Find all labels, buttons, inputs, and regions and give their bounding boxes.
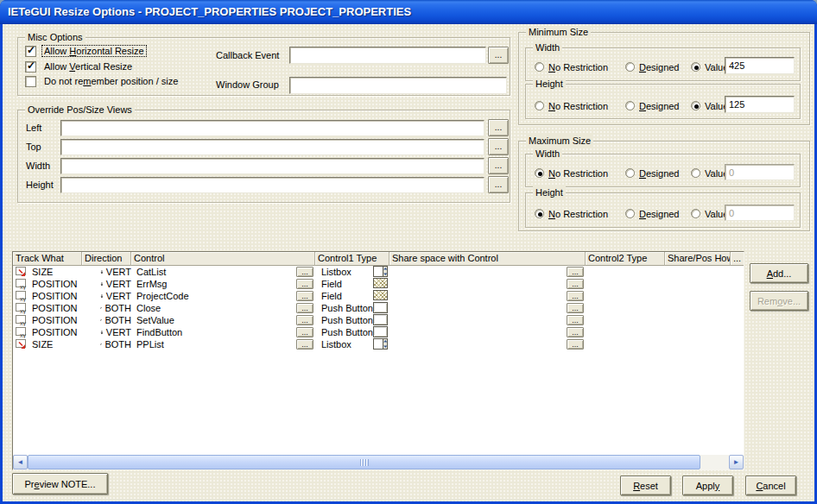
- radio-dot[interactable]: [535, 62, 544, 72]
- allow-vertical-resize-checkbox[interactable]: ✓ Allow Vertical Resize: [25, 60, 134, 72]
- table-row[interactable]: xy POSITION BOTH SetValue ... Push Butto…: [13, 314, 744, 326]
- radio-dot[interactable]: [625, 101, 635, 110]
- min-height-no-restriction-radio[interactable]: No Restriction: [535, 100, 608, 111]
- share-browse-button[interactable]: ...: [567, 339, 584, 350]
- direction-value: VERT: [106, 290, 131, 302]
- radio-dot[interactable]: [535, 101, 544, 110]
- table-row[interactable]: xy POSITION VERT FindButton ... Push But…: [13, 326, 744, 338]
- reset-button[interactable]: Reset: [620, 476, 671, 495]
- dialog-window: IETeGUI Resize Options - PROJECT_PROPERT…: [0, 0, 817, 504]
- share-browse-button[interactable]: ...: [567, 327, 584, 337]
- scroll-right-button[interactable]: ►: [729, 455, 744, 469]
- min-height-value-radio[interactable]: Value: [691, 100, 728, 111]
- radio-dot[interactable]: [691, 101, 700, 110]
- share-browse-button[interactable]: ...: [567, 267, 584, 277]
- override-width-browse-button[interactable]: ...: [488, 157, 509, 174]
- maximum-size-legend: Maximum Size: [526, 135, 593, 147]
- table-row[interactable]: xy SIZE BOTH PPList ... Listbox: [13, 338, 744, 350]
- track-what-cell: xy POSITION: [13, 278, 82, 290]
- table-row[interactable]: xy POSITION VERT ProjectCode ... Field: [13, 290, 744, 302]
- radio-dot[interactable]: [535, 168, 544, 178]
- checkbox-box[interactable]: ✓: [25, 61, 36, 72]
- max-width-no-restriction-radio[interactable]: No Restriction: [535, 167, 608, 179]
- control-browse-button[interactable]: ...: [296, 339, 314, 350]
- radio-dot[interactable]: [691, 62, 700, 72]
- track-what-value: POSITION: [32, 326, 78, 338]
- table-row[interactable]: xy SIZE VERT CatList ... Listbox: [13, 266, 744, 278]
- callback-event-input[interactable]: [289, 47, 486, 64]
- minimum-size-legend: Minimum Size: [526, 26, 591, 38]
- control-value: Close: [136, 303, 161, 313]
- override-width-input[interactable]: [60, 158, 484, 174]
- max-height-value-radio[interactable]: Value: [691, 208, 728, 219]
- field-type-icon: [373, 278, 388, 288]
- min-height-designed-radio[interactable]: Designed: [625, 100, 680, 111]
- control-browse-button[interactable]: ...: [296, 291, 314, 301]
- radio-dot[interactable]: [691, 209, 700, 218]
- share-space-cell: ...: [390, 338, 586, 350]
- control-browse-button[interactable]: ...: [296, 315, 314, 325]
- dialog-client-area: Misc Options ✓ Allow Horizontal Resize ✓…: [3, 24, 814, 501]
- min-height-value-input[interactable]: [725, 96, 795, 113]
- table-body: xy SIZE VERT CatList ... Listbox: [13, 266, 744, 455]
- max-width-value-radio[interactable]: Value: [691, 167, 728, 179]
- titlebar[interactable]: IETeGUI Resize Options - PROJECT_PROPERT…: [0, 0, 817, 24]
- scroll-left-button[interactable]: ◄: [13, 455, 28, 469]
- horizontal-scrollbar[interactable]: ◄ ►: [13, 455, 744, 469]
- share-pos-how-cell: [665, 314, 731, 326]
- radio-dot[interactable]: [625, 209, 635, 218]
- radio-dot[interactable]: [691, 168, 700, 178]
- max-height-designed-radio[interactable]: Designed: [625, 208, 680, 219]
- direction-value: VERT: [106, 278, 131, 290]
- override-width-label: Width: [26, 161, 50, 171]
- override-top-input[interactable]: [60, 139, 484, 155]
- override-top-browse-button[interactable]: ...: [488, 138, 509, 155]
- allow-horizontal-resize-checkbox[interactable]: ✓ Allow Horizontal Resize: [25, 45, 146, 57]
- control1-type-value: Field: [321, 291, 342, 301]
- preview-note-button[interactable]: Preview NOTE...: [12, 473, 108, 495]
- control-browse-button[interactable]: ...: [296, 279, 314, 289]
- control1-type-cell: Listbox: [315, 338, 390, 350]
- callback-event-browse-button[interactable]: ...: [488, 47, 509, 64]
- window-group-input[interactable]: [289, 77, 507, 94]
- direction-value: BOTH: [104, 302, 131, 314]
- checkmark-icon: ✓: [27, 60, 35, 72]
- max-width-designed-radio[interactable]: Designed: [625, 167, 680, 179]
- cancel-button[interactable]: Cancel: [745, 476, 796, 495]
- direction-cell: BOTH: [82, 302, 131, 314]
- max-height-value-input[interactable]: [725, 205, 795, 221]
- radio-dot[interactable]: [535, 209, 544, 218]
- scrollbar-track[interactable]: [28, 455, 729, 469]
- min-width-designed-radio[interactable]: Designed: [625, 61, 680, 72]
- checkbox-box[interactable]: ✓: [25, 76, 36, 87]
- override-height-input[interactable]: [60, 177, 484, 193]
- share-browse-button[interactable]: ...: [567, 291, 584, 301]
- share-browse-button[interactable]: ...: [567, 279, 584, 289]
- share-browse-button[interactable]: ...: [567, 315, 584, 325]
- apply-button[interactable]: Apply: [682, 476, 733, 495]
- remember-position-checkbox[interactable]: ✓ Do not remember position / size: [25, 75, 180, 87]
- table-row[interactable]: xy POSITION BOTH Close ... Push Button: [13, 302, 744, 314]
- share-browse-button[interactable]: ...: [567, 303, 584, 313]
- control-browse-button[interactable]: ...: [296, 327, 314, 337]
- max-width-value-input[interactable]: [725, 164, 795, 180]
- add-button[interactable]: Add...: [750, 263, 808, 283]
- control1-type-value: Field: [321, 279, 342, 289]
- min-width-value-input[interactable]: [725, 57, 795, 74]
- min-width-value-radio[interactable]: Value: [691, 61, 728, 72]
- override-left-input[interactable]: [60, 120, 484, 136]
- max-height-no-restriction-radio[interactable]: No Restriction: [535, 208, 608, 219]
- min-width-no-restriction-radio[interactable]: No Restriction: [535, 61, 608, 72]
- scrollbar-thumb[interactable]: [28, 455, 700, 469]
- checkbox-box[interactable]: ✓: [25, 46, 36, 57]
- radio-dot[interactable]: [625, 62, 635, 72]
- table-row[interactable]: xy POSITION VERT ErrMsg ... Field: [13, 278, 744, 290]
- override-height-browse-button[interactable]: ...: [488, 176, 509, 193]
- control2-type-cell: [586, 266, 665, 278]
- push-button-type-icon: [373, 314, 388, 325]
- control-browse-button[interactable]: ...: [296, 303, 314, 313]
- share-pos-how-cell: [665, 290, 731, 302]
- override-left-browse-button[interactable]: ...: [488, 119, 509, 136]
- control-browse-button[interactable]: ...: [296, 267, 314, 277]
- radio-dot[interactable]: [625, 168, 635, 178]
